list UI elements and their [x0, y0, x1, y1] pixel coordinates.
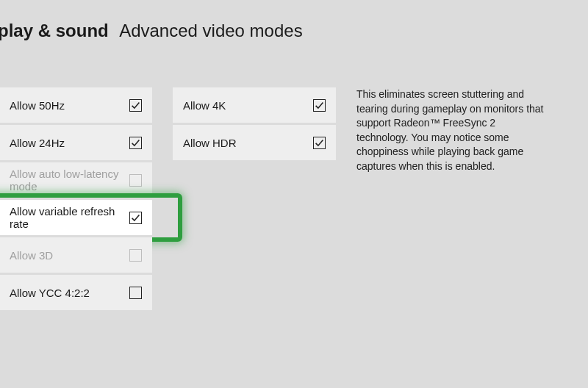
setting-row-allow-ycc-4-2-2[interactable]: Allow YCC 4:2:2 — [0, 275, 152, 310]
setting-label: Allow HDR — [183, 137, 237, 149]
setting-label: Allow 24Hz — [10, 137, 65, 149]
setting-row-allow-4k[interactable]: Allow 4K — [173, 87, 336, 123]
setting-row-allow-auto-low-latency-mode: Allow auto low-latency mode — [0, 162, 152, 198]
checkbox-icon[interactable] — [129, 212, 142, 224]
page-header: isplay & sound Advanced video modes — [0, 0, 588, 41]
header-title: isplay & sound — [0, 21, 109, 40]
setting-row-allow-24hz[interactable]: Allow 24Hz — [0, 125, 152, 160]
checkbox-icon[interactable] — [129, 137, 142, 149]
checkbox-icon — [129, 249, 142, 262]
header-subtitle: Advanced video modes — [119, 21, 303, 40]
checkbox-icon[interactable] — [313, 99, 326, 112]
setting-row-allow-variable-refresh-rate[interactable]: Allow variable refresh rate — [0, 200, 152, 235]
checkbox-icon[interactable] — [129, 99, 142, 112]
setting-label: Allow auto low-latency mode — [10, 168, 129, 193]
setting-label: Allow YCC 4:2:2 — [10, 287, 90, 299]
setting-label: Allow variable refresh rate — [10, 205, 129, 230]
setting-label: Allow 4K — [183, 99, 226, 112]
checkbox-icon[interactable] — [129, 287, 142, 299]
setting-row-allow-hdr[interactable]: Allow HDR — [173, 125, 336, 160]
checkbox-icon — [129, 174, 142, 187]
settings-column-1: Allow 50HzAllow 24HzAllow auto low-laten… — [0, 87, 152, 310]
setting-row-allow-50hz[interactable]: Allow 50Hz — [0, 87, 152, 123]
checkbox-icon[interactable] — [313, 137, 326, 149]
highlighted-setting: Allow variable refresh rate — [0, 198, 154, 237]
setting-row-allow-3d: Allow 3D — [0, 237, 152, 273]
settings-column-2: Allow 4KAllow HDR — [173, 87, 336, 310]
setting-label: Allow 50Hz — [10, 99, 65, 112]
setting-description: This eliminates screen stuttering and te… — [356, 87, 548, 310]
setting-label: Allow 3D — [10, 249, 53, 262]
